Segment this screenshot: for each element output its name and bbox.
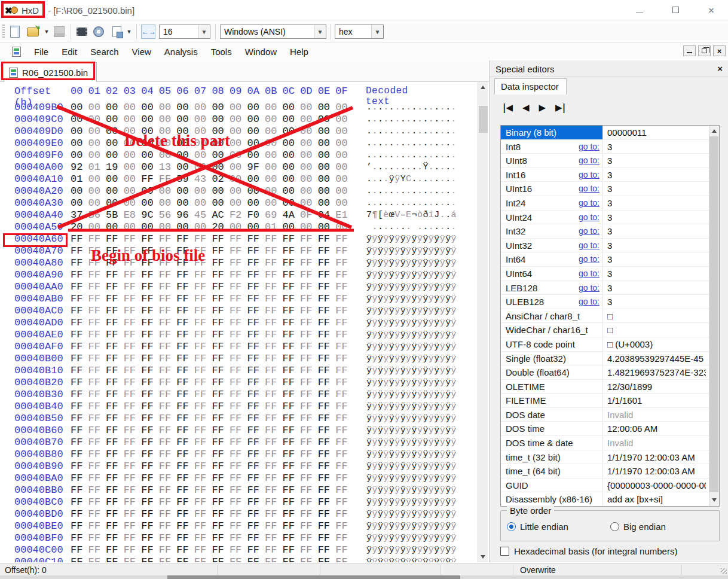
decoded-char[interactable]: ÿ — [372, 305, 377, 317]
decoded-char[interactable]: ÿ — [400, 544, 406, 556]
decoded-char[interactable]: ÿ — [406, 484, 411, 496]
byte-cell[interactable]: FF — [176, 353, 194, 365]
byte-cell[interactable]: 00 — [335, 185, 353, 197]
byte-cell[interactable]: FF — [124, 496, 142, 508]
decoded-char[interactable]: ÿ — [389, 413, 394, 425]
decoded-char[interactable]: . — [445, 209, 451, 221]
decoded-char[interactable]: . — [440, 173, 445, 185]
decoded-char[interactable]: ÿ — [378, 233, 383, 245]
byte-cell[interactable]: FF — [230, 389, 247, 401]
byte-cell[interactable]: 00 — [88, 150, 106, 161]
byte-cell[interactable]: 00 — [283, 221, 301, 233]
byte-cell[interactable]: FF — [124, 353, 142, 365]
byte-cell[interactable]: FF — [88, 461, 106, 473]
byte-cell[interactable]: 00 — [300, 126, 318, 138]
decoded-char[interactable]: . — [378, 138, 383, 150]
decoded-char[interactable]: ÿ — [451, 389, 457, 401]
decoded-char[interactable]: ÿ — [440, 257, 445, 269]
byte-cell[interactable]: FF — [124, 389, 142, 401]
byte-cell[interactable]: FF — [176, 245, 194, 257]
decoded-char[interactable]: ÿ — [412, 233, 417, 245]
byte-cell[interactable]: FF — [124, 401, 142, 413]
byte-cell[interactable]: FF — [230, 305, 247, 317]
decoded-char[interactable]: ÿ — [417, 281, 423, 293]
byte-cell[interactable]: FF — [335, 389, 353, 401]
decoded-char[interactable]: . — [445, 138, 451, 150]
inspector-row[interactable]: Disassembly (x86-16)add ax [bx+si] — [501, 492, 719, 507]
byte-cell[interactable]: FF — [335, 353, 353, 365]
decoded-char[interactable]: ÿ — [406, 317, 411, 329]
byte-cell[interactable]: 00 — [318, 126, 336, 138]
byte-cell[interactable]: FF — [300, 556, 318, 562]
byte-cell[interactable]: FF — [176, 484, 194, 496]
byte-cell[interactable]: FF — [300, 473, 318, 484]
byte-cell[interactable]: FF — [176, 556, 194, 562]
menu-item-analysis[interactable]: Analysis — [164, 47, 198, 57]
byte-cell[interactable]: FF — [176, 508, 194, 520]
byte-cell[interactable]: FF — [71, 389, 88, 401]
byte-cell[interactable]: 00 — [124, 114, 142, 126]
bytes-per-row-select[interactable]: 16 ▼ — [159, 25, 210, 39]
decoded-char[interactable]: ÿ — [440, 520, 445, 532]
decoded-char[interactable]: ÿ — [434, 365, 439, 377]
byte-cell[interactable]: FF — [335, 544, 353, 556]
decoded-char[interactable]: ÿ — [383, 341, 389, 353]
byte-cell[interactable]: FF — [71, 496, 88, 508]
byte-cell[interactable]: FF — [88, 245, 106, 257]
decoded-char[interactable]: . — [400, 138, 406, 150]
decoded-char[interactable]: . — [394, 197, 400, 209]
byte-cell[interactable]: FF — [124, 425, 142, 437]
byte-cell[interactable]: FF — [300, 317, 318, 329]
byte-cell[interactable]: FF — [212, 413, 230, 425]
inspector-row[interactable]: DOS time & dateInvalid — [501, 436, 719, 450]
decoded-char[interactable]: . — [434, 102, 439, 114]
decoded-char[interactable]: ÿ — [406, 377, 411, 389]
inspector-row[interactable]: Binary (8 bit)00000011 — [501, 126, 719, 140]
decoded-char[interactable]: . — [417, 173, 423, 185]
decoded-char[interactable]: ÿ — [394, 461, 400, 473]
byte-cell[interactable]: FF — [230, 377, 247, 389]
decoded-char[interactable]: ÿ — [417, 461, 423, 473]
byte-cell[interactable]: 00 — [335, 197, 353, 209]
byte-cell[interactable]: FF — [124, 305, 142, 317]
decoded-char[interactable]: ÿ — [412, 401, 417, 413]
byte-cell[interactable]: FF — [230, 269, 247, 281]
byte-cell[interactable]: FF — [194, 413, 212, 425]
byte-cell[interactable]: FF — [300, 544, 318, 556]
decoded-char[interactable]: ÿ — [429, 341, 434, 353]
byte-cell[interactable]: 00 — [194, 221, 212, 233]
byte-cell[interactable]: FF — [141, 496, 159, 508]
byte-cell[interactable]: FF — [300, 341, 318, 353]
decoded-char[interactable]: ÿ — [417, 317, 423, 329]
byte-cell[interactable]: FF — [159, 317, 177, 329]
byte-cell[interactable]: FF — [300, 425, 318, 437]
decoded-char[interactable]: ÿ — [366, 329, 372, 341]
byte-cell[interactable]: FF — [247, 520, 265, 532]
decoded-char[interactable]: œ — [389, 209, 394, 221]
byte-cell[interactable]: FF — [300, 281, 318, 293]
decoded-char[interactable]: ÿ — [451, 365, 457, 377]
byte-cell[interactable]: 00 — [141, 161, 159, 173]
decoded-char[interactable]: . — [378, 126, 383, 138]
decoded-char[interactable]: ÿ — [394, 341, 400, 353]
byte-cell[interactable]: FF — [124, 449, 142, 461]
byte-cell[interactable]: 00 — [88, 185, 106, 197]
byte-cell[interactable]: FF — [230, 461, 247, 473]
byte-cell[interactable]: FF — [265, 389, 283, 401]
decoded-char[interactable]: . — [423, 173, 428, 185]
byte-cell[interactable]: FF — [176, 401, 194, 413]
byte-cell[interactable]: FF — [212, 520, 230, 532]
little-endian-radio[interactable]: Little endian — [507, 522, 568, 532]
inspector-row[interactable]: LEB128go to:3 — [501, 281, 719, 295]
decoded-char[interactable]: ÿ — [378, 544, 383, 556]
menu-item-window[interactable]: Window — [245, 47, 277, 57]
byte-cell[interactable]: FF — [230, 532, 247, 544]
byte-cell[interactable]: 00 — [335, 126, 353, 138]
decoded-char[interactable]: ÿ — [372, 520, 377, 532]
decoded-char[interactable]: . — [378, 197, 383, 209]
decoded-char[interactable]: . — [445, 185, 451, 197]
encoding-select[interactable]: Windows (ANSI) ▼ — [220, 25, 326, 39]
decoded-char[interactable]: ÿ — [372, 257, 377, 269]
byte-cell[interactable]: FF — [247, 544, 265, 556]
decoded-char[interactable]: . — [366, 138, 372, 150]
